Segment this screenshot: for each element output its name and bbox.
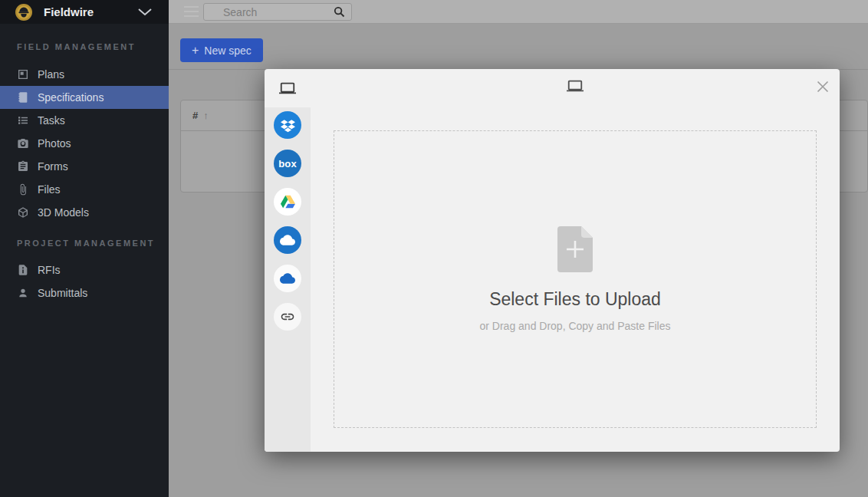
number-column-header: # bbox=[192, 110, 198, 121]
source-my-computer[interactable] bbox=[265, 69, 311, 107]
clipboard-icon bbox=[17, 160, 29, 173]
source-google-drive[interactable] bbox=[274, 188, 301, 216]
search-input[interactable] bbox=[203, 3, 352, 21]
sort-ascending-icon: ↑ bbox=[203, 110, 209, 121]
dropzone-subtitle: or Drag and Drop, Copy and Paste Files bbox=[479, 320, 670, 332]
link-icon bbox=[280, 309, 295, 324]
box-logo: box bbox=[278, 158, 297, 170]
project-management-nav: RFIs Submittals bbox=[0, 258, 169, 304]
source-box[interactable]: box bbox=[274, 150, 301, 177]
file-dropzone[interactable]: Select Files to Upload or Drag and Drop,… bbox=[334, 130, 817, 428]
paperclip-icon bbox=[17, 183, 29, 196]
field-management-nav: Plans Specifications Tasks Photos Forms … bbox=[0, 63, 169, 224]
google-drive-icon bbox=[281, 195, 295, 209]
spec-toolbar: + New spec bbox=[169, 24, 868, 70]
person-icon bbox=[17, 287, 29, 299]
sidebar-item-rfis[interactable]: RFIs bbox=[0, 258, 169, 281]
brand-name: Fieldwire bbox=[44, 5, 138, 18]
laptop-icon bbox=[278, 80, 298, 97]
plans-icon bbox=[17, 68, 29, 81]
section-field-management: FIELD MANAGEMENT bbox=[17, 42, 136, 51]
sidebar-item-specifications[interactable]: Specifications bbox=[0, 86, 169, 109]
sidebar-item-tasks[interactable]: Tasks bbox=[0, 109, 169, 132]
dropzone-title: Select Files to Upload bbox=[489, 289, 661, 310]
source-dropbox[interactable] bbox=[274, 111, 301, 139]
search-icon bbox=[334, 6, 345, 18]
sidebar-item-submittals[interactable]: Submittals bbox=[0, 281, 169, 304]
close-icon bbox=[816, 80, 830, 94]
close-modal-button[interactable] bbox=[816, 80, 830, 94]
file-upload-modal: box bbox=[265, 69, 840, 452]
sidebar-item-files[interactable]: Files bbox=[0, 178, 169, 201]
source-link-url[interactable] bbox=[274, 303, 301, 331]
cloud-blue-icon bbox=[280, 271, 295, 286]
laptop-icon bbox=[565, 77, 585, 94]
source-onedrive[interactable] bbox=[274, 226, 301, 254]
dropbox-icon bbox=[281, 118, 295, 133]
fieldwire-logo-icon bbox=[15, 3, 33, 21]
sidebar: Fieldwire FIELD MANAGEMENT Plans Specifi… bbox=[0, 0, 169, 497]
tasks-icon bbox=[17, 114, 29, 127]
cube-icon bbox=[17, 206, 29, 219]
section-project-management: PROJECT MANAGEMENT bbox=[17, 239, 155, 248]
file-plus-icon bbox=[557, 226, 593, 272]
sidebar-item-forms[interactable]: Forms bbox=[0, 155, 169, 178]
new-spec-button[interactable]: + New spec bbox=[180, 38, 263, 62]
app-root: Fieldwire FIELD MANAGEMENT Plans Specifi… bbox=[0, 0, 868, 497]
source-onedrive-business[interactable] bbox=[274, 265, 301, 292]
hamburger-icon[interactable] bbox=[184, 6, 199, 17]
camera-icon bbox=[17, 137, 29, 150]
cloud-icon bbox=[280, 232, 295, 248]
plus-icon: + bbox=[192, 44, 199, 57]
chevron-down-icon bbox=[138, 8, 152, 16]
sidebar-item-plans[interactable]: Plans bbox=[0, 63, 169, 86]
rfi-document-icon bbox=[17, 264, 29, 276]
sidebar-item-photos[interactable]: Photos bbox=[0, 132, 169, 155]
sidebar-item-3d-models[interactable]: 3D Models bbox=[0, 201, 169, 224]
project-switcher[interactable]: Fieldwire bbox=[0, 0, 169, 24]
specifications-icon bbox=[17, 91, 29, 104]
current-source-indicator bbox=[565, 77, 585, 94]
content-topbar bbox=[169, 0, 868, 24]
